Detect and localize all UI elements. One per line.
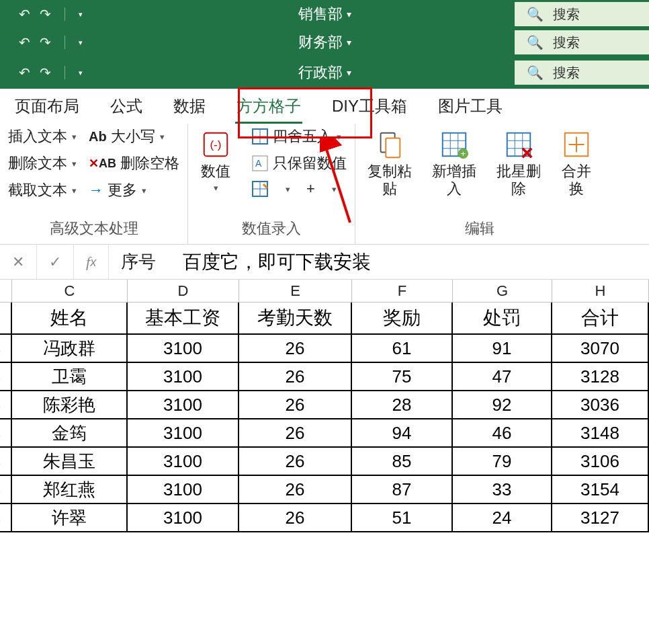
cell[interactable]: 朱昌玉 xyxy=(12,448,128,476)
cell[interactable]: 61 xyxy=(352,335,453,363)
cell[interactable]: 3106 xyxy=(552,448,649,476)
header-name[interactable]: 姓名 xyxy=(12,303,128,335)
delete-text-button[interactable]: 删除文本 ▾ xyxy=(8,153,77,173)
title-dropdown-icon[interactable]: ▾ xyxy=(347,67,351,78)
cell[interactable]: 26 xyxy=(239,391,352,419)
cell[interactable]: 3148 xyxy=(552,419,649,448)
cell[interactable]: 3100 xyxy=(128,363,239,391)
cell[interactable]: 3100 xyxy=(128,335,239,363)
search-box-3[interactable]: 🔍 搜索 xyxy=(515,61,649,85)
cell[interactable]: 94 xyxy=(352,419,453,448)
undo-icon[interactable]: ↶ xyxy=(19,65,30,81)
round-button[interactable]: 四舍五入 ▾ xyxy=(251,126,347,147)
cell[interactable]: 许翠 xyxy=(12,504,128,532)
cell[interactable]: 87 xyxy=(352,476,453,504)
cell[interactable]: 卫霭 xyxy=(12,363,128,391)
qat-customize-icon[interactable]: ▾ xyxy=(79,10,83,19)
undo-icon[interactable]: ↶ xyxy=(19,6,30,22)
tab-picture-tools[interactable]: 图片工具 xyxy=(435,90,505,122)
cell[interactable]: 3154 xyxy=(552,476,649,504)
header-penalty[interactable]: 处罚 xyxy=(453,303,552,335)
cell[interactable]: 46 xyxy=(453,419,552,448)
row-stub[interactable]: 阝 xyxy=(0,448,12,476)
tab-diy-toolbox[interactable]: DIY工具箱 xyxy=(329,90,410,122)
tab-page-layout[interactable]: 页面布局 xyxy=(12,90,82,122)
cell[interactable]: 冯政群 xyxy=(12,335,128,363)
cell[interactable]: 郑红燕 xyxy=(12,476,128,504)
cell[interactable]: 陈彩艳 xyxy=(12,391,128,419)
undo-icon[interactable]: ↶ xyxy=(19,34,30,50)
cell[interactable]: 92 xyxy=(453,391,552,419)
batch-delete-button[interactable]: 批星删 除 xyxy=(492,126,545,201)
cell[interactable]: 26 xyxy=(239,419,352,448)
delete-space-button[interactable]: ✕AB 删除空格 xyxy=(89,153,179,173)
cell[interactable]: 26 xyxy=(239,504,352,532)
col-header[interactable] xyxy=(0,280,12,302)
search-box-1[interactable]: 🔍 搜索 xyxy=(515,2,649,26)
cell[interactable]: 51 xyxy=(352,504,453,532)
cell[interactable]: 3100 xyxy=(128,448,239,476)
qat-customize-icon[interactable]: ▾ xyxy=(79,69,83,77)
extract-text-button[interactable]: 截取文本 ▾ xyxy=(8,180,77,200)
col-header-h[interactable]: H xyxy=(552,280,649,302)
cell[interactable]: 79 xyxy=(453,448,552,476)
spreadsheet-grid[interactable]: C D E F G H 姓名 基本工资 考勤天数 奖励 处罚 合计 阝冯政群31… xyxy=(0,280,649,532)
numeric-button[interactable]: (-) 数值 ▾ xyxy=(196,126,235,196)
cell[interactable]: 26 xyxy=(239,476,352,504)
col-header-g[interactable]: G xyxy=(453,280,552,302)
formula-input[interactable]: 序号 百度它，即可下载安装 xyxy=(109,249,649,275)
col-header-e[interactable]: E xyxy=(239,280,352,302)
header-base-salary[interactable]: 基本工资 xyxy=(128,303,239,335)
cancel-button[interactable]: ✕ xyxy=(0,245,37,279)
header-bonus[interactable]: 奖励 xyxy=(352,303,453,335)
redo-icon[interactable]: ↷ xyxy=(40,65,51,81)
cell[interactable]: 3070 xyxy=(552,335,649,363)
cell[interactable]: 3100 xyxy=(128,419,239,448)
col-header-d[interactable]: D xyxy=(128,280,239,302)
insert-text-button[interactable]: 插入文本 ▾ xyxy=(8,126,77,147)
keep-value-button[interactable]: A 只保留数值 xyxy=(251,153,347,173)
more-button[interactable]: → 更多 ▾ xyxy=(89,180,179,200)
case-button[interactable]: Ab 大小写 ▾ xyxy=(89,126,179,147)
cell[interactable]: 3100 xyxy=(128,476,239,504)
merge-button[interactable]: 合并 换 xyxy=(557,126,596,201)
tab-fanggezi[interactable]: 方方格子 xyxy=(234,90,304,122)
title-dropdown-icon[interactable]: ▾ xyxy=(347,37,351,48)
title-dropdown-icon[interactable]: ▾ xyxy=(347,9,351,19)
cell[interactable]: 3128 xyxy=(552,363,649,391)
row-stub[interactable]: 阝 xyxy=(0,419,12,448)
col-header-f[interactable]: F xyxy=(352,280,453,302)
cell[interactable]: 24 xyxy=(453,504,552,532)
cell[interactable]: 91 xyxy=(453,335,552,363)
cell[interactable]: 26 xyxy=(239,363,352,391)
row-stub[interactable]: 阝 xyxy=(0,363,12,391)
cell[interactable]: 3127 xyxy=(552,504,649,532)
redo-icon[interactable]: ↷ xyxy=(40,34,51,50)
new-insert-button[interactable]: + 新增插 入 xyxy=(428,126,480,201)
copy-paste-button[interactable]: 复制粘 贴 xyxy=(363,126,416,201)
cell[interactable]: 金筠 xyxy=(12,419,128,448)
row-stub[interactable]: 阝 xyxy=(0,504,12,532)
tab-data[interactable]: 数据 xyxy=(171,90,208,122)
header-attendance[interactable]: 考勤天数 xyxy=(239,303,352,335)
cell[interactable]: 28 xyxy=(352,391,453,419)
row-stub[interactable]: 阝 xyxy=(0,476,12,504)
cell[interactable]: 47 xyxy=(453,363,552,391)
cell[interactable]: 3036 xyxy=(552,391,649,419)
cell[interactable]: 33 xyxy=(453,476,552,504)
confirm-button[interactable]: ✓ xyxy=(37,245,74,279)
tab-formulas[interactable]: 公式 xyxy=(107,90,145,122)
fx-button[interactable]: fx xyxy=(74,245,109,279)
cell[interactable]: 26 xyxy=(239,335,352,363)
qat-customize-icon[interactable]: ▾ xyxy=(79,38,83,47)
cell[interactable]: 3100 xyxy=(128,504,239,532)
header-total[interactable]: 合计 xyxy=(552,303,649,335)
search-box-2[interactable]: 🔍 搜索 xyxy=(515,30,649,54)
cell[interactable]: 26 xyxy=(239,448,352,476)
cell[interactable]: 85 xyxy=(352,448,453,476)
col-header-c[interactable]: C xyxy=(12,280,128,302)
redo-icon[interactable]: ↷ xyxy=(40,6,51,22)
cell[interactable]: 3100 xyxy=(128,391,239,419)
row-stub[interactable]: 阝 xyxy=(0,335,12,363)
numeric-extra-button[interactable]: ▾ + ▾ xyxy=(251,180,347,198)
